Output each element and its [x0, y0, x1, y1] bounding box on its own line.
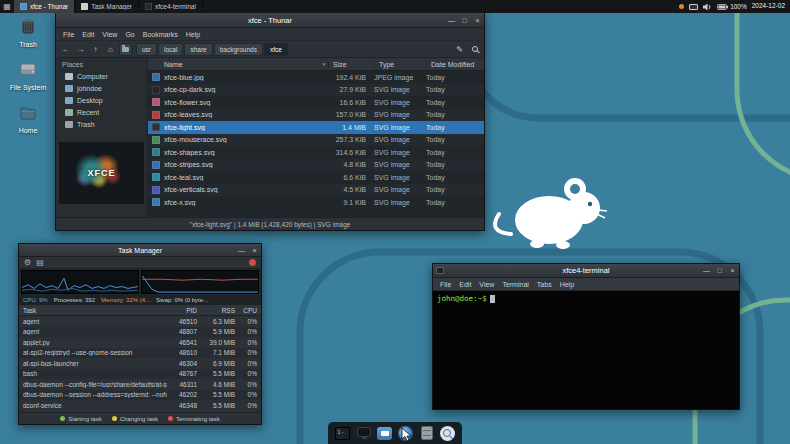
- process-row[interactable]: bash 48767 5.5 MiB 0%: [19, 369, 261, 380]
- menu-item[interactable]: File: [436, 281, 455, 288]
- xfce-mouse-graphic: [495, 178, 607, 249]
- list-view-icon[interactable]: ▤: [36, 258, 44, 268]
- file-size: 1.4 MiB: [328, 124, 374, 131]
- column-pid[interactable]: PID: [167, 307, 197, 314]
- volume-icon[interactable]: [703, 3, 712, 11]
- terminal-window-icon[interactable]: 1-: [334, 425, 351, 442]
- breadcrumb-button[interactable]: local: [158, 43, 183, 56]
- column-date[interactable]: Date Modified: [426, 61, 484, 68]
- file-row[interactable]: xfce-verticals.svg 4.5 KiB SVG image Tod…: [148, 184, 484, 197]
- process-row[interactable]: at-spi2-registryd --use-gnome-session 48…: [19, 348, 261, 359]
- up-icon[interactable]: ↑: [89, 43, 102, 56]
- file-size: 4.8 KiB: [328, 161, 374, 168]
- edit-path-icon[interactable]: ✎: [453, 43, 466, 56]
- panel-window-button[interactable]: xfce4-terminal: [139, 0, 203, 13]
- minimize-icon[interactable]: —: [700, 264, 713, 278]
- applications-grid-icon[interactable]: ▦: [0, 0, 14, 13]
- record-icon[interactable]: [249, 259, 256, 266]
- close-icon[interactable]: ×: [471, 13, 484, 28]
- process-pid: 46311: [167, 381, 197, 388]
- column-rss[interactable]: RSS: [197, 307, 235, 314]
- file-row[interactable]: xfce-cp-dark.svg 27.9 KiB SVG image Toda…: [148, 84, 484, 97]
- close-icon[interactable]: ×: [248, 244, 261, 257]
- legend-dot-icon: [168, 416, 173, 421]
- file-row[interactable]: xfce-teal.svg 6.6 KiB SVG image Today: [148, 171, 484, 184]
- sidebar-place-item[interactable]: Trash: [56, 118, 147, 130]
- menu-item[interactable]: Edit: [78, 31, 98, 38]
- terminal-menubar: FileEditViewTerminalTabsHelp: [433, 278, 739, 291]
- panel-window-button[interactable]: Task Manager: [75, 0, 139, 13]
- column-type[interactable]: Type: [374, 61, 426, 68]
- sidebar-place-item[interactable]: Computer: [56, 70, 147, 82]
- desktop-icon-trash[interactable]: Trash: [4, 16, 52, 48]
- menu-item[interactable]: Tabs: [533, 281, 556, 288]
- process-row[interactable]: agent 46510 6.3 MiB 0%: [19, 316, 261, 327]
- sidebar-place-item[interactable]: Desktop: [56, 94, 147, 106]
- menu-item[interactable]: Go: [121, 31, 138, 38]
- sidebar-place-item[interactable]: Recent: [56, 106, 147, 118]
- file-manager-icon[interactable]: [376, 425, 393, 442]
- menu-item[interactable]: Help: [182, 31, 204, 38]
- clock[interactable]: 2024-12-02: [752, 3, 785, 10]
- close-icon[interactable]: ×: [726, 264, 739, 278]
- thunar-titlebar[interactable]: xfce - Thunar — □ ×: [56, 13, 484, 28]
- battery-indicator[interactable]: 100%: [717, 3, 747, 10]
- place-icon: [65, 121, 73, 128]
- desktop-icon-filesystem[interactable]: File System: [4, 59, 52, 91]
- breadcrumb-button[interactable]: backgrounds: [214, 43, 263, 56]
- column-name[interactable]: Name▾: [148, 61, 328, 68]
- status-dot-icon[interactable]: [679, 4, 684, 9]
- back-icon[interactable]: ←: [59, 43, 72, 56]
- maximize-icon[interactable]: □: [713, 264, 726, 278]
- column-size[interactable]: Size: [328, 61, 374, 68]
- menu-item[interactable]: Terminal: [498, 281, 532, 288]
- menu-item[interactable]: View: [98, 31, 121, 38]
- breadcrumb-button[interactable]: share: [184, 43, 212, 56]
- process-row[interactable]: applet.py 46541 39.0 MiB 0%: [19, 337, 261, 348]
- display-icon[interactable]: [355, 425, 372, 442]
- home-icon[interactable]: ⌂: [104, 43, 117, 56]
- settings-gear-icon[interactable]: ⚙: [24, 258, 31, 268]
- file-row[interactable]: xfce-flower.svg 16.6 KiB SVG image Today: [148, 96, 484, 109]
- process-row[interactable]: dbus-daemon --config-file=/usr/share/def…: [19, 379, 261, 390]
- breadcrumb-button[interactable]: usr: [136, 43, 157, 56]
- process-rss: 5.5 MiB: [197, 402, 235, 409]
- column-task[interactable]: Task: [19, 307, 167, 314]
- process-row[interactable]: at-spi-bus-launcher 46304 6.9 MiB 0%: [19, 358, 261, 369]
- terminal-screen[interactable]: john@doe:~$: [433, 291, 739, 409]
- maximize-icon[interactable]: □: [458, 13, 471, 28]
- process-row[interactable]: dbus-daemon --session --address=systemd:…: [19, 390, 261, 401]
- file-row[interactable]: xfce-mouserace.svg 257.3 KiB SVG image T…: [148, 134, 484, 147]
- stat-value: CPU: 9%: [23, 297, 48, 303]
- column-cpu[interactable]: CPU: [235, 307, 261, 314]
- file-row[interactable]: xfce-leaves.svg 157.0 KiB SVG image Toda…: [148, 109, 484, 122]
- process-row[interactable]: dconf-service 46348 5.5 MiB 0%: [19, 400, 261, 411]
- forward-icon[interactable]: →: [74, 43, 87, 56]
- terminal-titlebar[interactable]: xfce4-terminal — □ ×: [433, 264, 739, 278]
- breadcrumb-button[interactable]: xfce: [264, 43, 288, 56]
- app-finder-icon[interactable]: [439, 425, 456, 442]
- menu-item[interactable]: Bookmarks: [139, 31, 182, 38]
- file-thumbnail-icon: [152, 173, 160, 181]
- desktop-icon-home[interactable]: Home: [4, 102, 52, 134]
- file-row[interactable]: xfce-x.svg 9.1 KiB SVG image Today: [148, 196, 484, 209]
- minimize-icon[interactable]: —: [235, 244, 248, 257]
- menu-item[interactable]: File: [59, 31, 78, 38]
- file-row[interactable]: xfce-light.svg 1.4 MiB SVG image Today: [148, 121, 484, 134]
- folder-icon[interactable]: [119, 43, 132, 56]
- menu-item[interactable]: View: [475, 281, 498, 288]
- file-row[interactable]: xfce-blue.jpg 192.4 KiB JPEG image Today: [148, 71, 484, 84]
- menu-item[interactable]: Edit: [455, 281, 475, 288]
- display-icon[interactable]: [689, 4, 698, 10]
- process-row[interactable]: agent 48807 5.9 MiB 0%: [19, 327, 261, 338]
- taskmanager-titlebar[interactable]: Task Manager — ×: [19, 244, 261, 257]
- legend-item: Terminating task: [168, 416, 220, 422]
- file-cabinet-icon[interactable]: [418, 425, 435, 442]
- menu-item[interactable]: Help: [556, 281, 578, 288]
- file-row[interactable]: xfce-shapes.svg 314.6 KiB SVG image Toda…: [148, 146, 484, 159]
- panel-window-button[interactable]: xfce - Thunar: [14, 0, 75, 13]
- minimize-icon[interactable]: —: [445, 13, 458, 28]
- sidebar-place-item[interactable]: johndoe: [56, 82, 147, 94]
- search-icon[interactable]: [468, 43, 481, 56]
- file-row[interactable]: xfce-stripes.svg 4.8 KiB SVG image Today: [148, 159, 484, 172]
